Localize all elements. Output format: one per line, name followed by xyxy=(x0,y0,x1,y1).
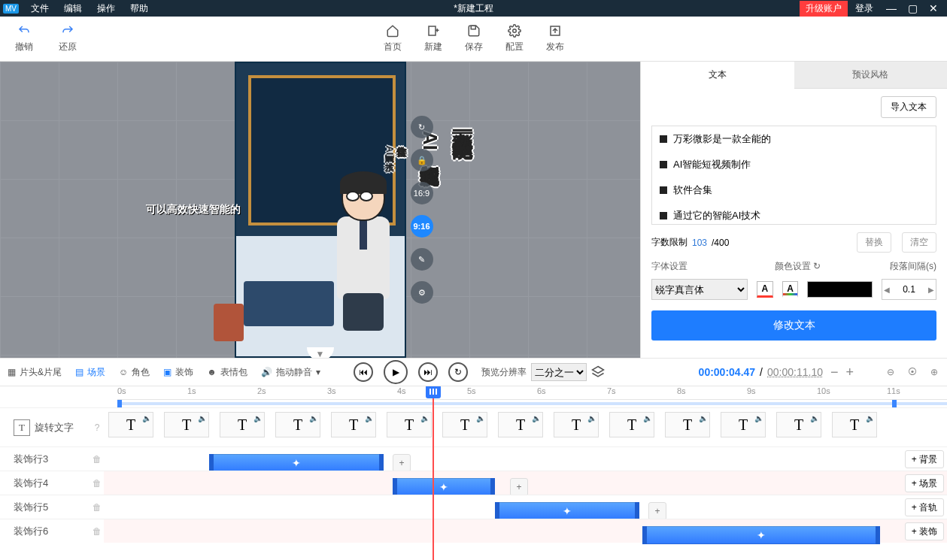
menu-action[interactable]: 操作 xyxy=(90,2,123,15)
text-clip[interactable]: T🔈 xyxy=(220,412,265,437)
import-text-button[interactable]: 导入文本 xyxy=(881,96,936,118)
cat-decor[interactable]: ▣装饰 xyxy=(163,366,193,379)
close-button[interactable]: ✕ xyxy=(923,2,944,14)
playhead[interactable] xyxy=(433,386,434,560)
prev-button[interactable]: ⏮ xyxy=(354,362,373,382)
gap-spinner[interactable]: ◀ 0.1 ▶ xyxy=(882,279,936,300)
clip-right-handle[interactable] xyxy=(635,502,639,520)
text-clip[interactable]: T🔈 xyxy=(609,412,654,437)
gap-decr[interactable]: ◀ xyxy=(884,286,890,294)
layers-icon[interactable] xyxy=(591,365,605,379)
text-clip[interactable]: T🔈 xyxy=(776,412,821,437)
tab-preset[interactable]: 预设风格 xyxy=(794,62,948,89)
stage-text-1[interactable]: 万彩微影是一款全能的 xyxy=(448,116,477,123)
text-list-item[interactable]: 万彩微影是一款全能的 xyxy=(652,126,936,152)
delete-track-button[interactable]: 🗑 xyxy=(90,502,104,513)
add-背景-button[interactable]: + 背景 xyxy=(905,450,944,468)
play-button[interactable]: ▶ xyxy=(384,360,408,384)
clear-button[interactable]: 清空 xyxy=(902,232,936,253)
cat-emoji[interactable]: ☻表情包 xyxy=(207,366,247,379)
login-button[interactable]: 登录 xyxy=(848,1,881,17)
zoom-in-button[interactable]: ⊕ xyxy=(930,367,938,377)
text-multicolor-button[interactable]: A xyxy=(782,281,799,298)
upgrade-button[interactable]: 升级账户 xyxy=(800,1,848,17)
clip-left-handle[interactable] xyxy=(393,478,397,496)
stage-text-4[interactable]: 通过它的智能AI技术 xyxy=(383,146,396,155)
publish-button[interactable]: 发布 xyxy=(546,24,564,53)
maximize-button[interactable]: ▢ xyxy=(902,2,923,14)
text-clip[interactable]: T🔈 xyxy=(498,412,543,437)
add-装饰-button[interactable]: + 装饰 xyxy=(905,522,944,540)
loop-button[interactable]: ↻ xyxy=(448,362,468,382)
color-swatch[interactable] xyxy=(807,281,873,298)
delete-track-button[interactable]: 🗑 xyxy=(90,454,104,465)
zoom-out-button[interactable]: ⊖ xyxy=(887,367,894,377)
text-clip[interactable]: T🔈 xyxy=(665,412,710,437)
text-clip[interactable]: T🔈 xyxy=(554,412,599,437)
text-clip[interactable]: T🔈 xyxy=(721,412,766,437)
cat-scene[interactable]: ▤场景 xyxy=(75,366,105,379)
minimize-button[interactable]: — xyxy=(881,2,902,14)
text-clip[interactable]: T🔈 xyxy=(387,412,432,437)
range-bar[interactable] xyxy=(117,400,947,407)
add-场景-button[interactable]: + 场景 xyxy=(905,474,944,492)
add-clip-button[interactable]: + xyxy=(648,502,666,520)
redo-button[interactable]: 还原 xyxy=(59,24,77,53)
stage-edit-button[interactable]: ✎ xyxy=(411,248,433,271)
menu-edit[interactable]: 编辑 xyxy=(56,2,90,15)
range-start-handle[interactable] xyxy=(117,400,122,407)
stage-settings-button[interactable]: ⚙ xyxy=(411,281,433,304)
config-button[interactable]: 配置 xyxy=(505,24,524,53)
text-clip[interactable]: T🔈 xyxy=(442,412,487,437)
text-clip[interactable]: T🔈 xyxy=(108,412,153,437)
text-clip[interactable]: T🔈 xyxy=(832,412,877,437)
replace-button[interactable]: 替换 xyxy=(857,232,891,253)
next-button[interactable]: ⏭ xyxy=(418,362,438,382)
clip-right-handle[interactable] xyxy=(876,526,880,544)
tab-text[interactable]: 文本 xyxy=(641,62,794,89)
save-button[interactable]: 保存 xyxy=(465,24,483,53)
stage-refresh-button[interactable]: ↻ xyxy=(411,116,433,138)
track-lane[interactable]: T🔈T🔈T🔈T🔈T🔈T🔈T🔈T🔈T🔈T🔈T🔈T🔈T🔈T🔈 xyxy=(104,408,947,446)
undo-button[interactable]: 撤销 xyxy=(15,24,33,53)
track-lane[interactable]: ✦ + + 背景 xyxy=(104,447,947,471)
delete-track-button[interactable]: 🗑 xyxy=(90,526,104,537)
zoom-reset-button[interactable]: ⦿ xyxy=(908,367,917,377)
track-lane[interactable]: ✦ + 装饰 xyxy=(104,519,947,543)
cat-intro-outro[interactable]: ▦片头&片尾 xyxy=(8,366,62,379)
playhead-handle[interactable] xyxy=(426,386,441,398)
time-duration[interactable]: 00:00:11.10 xyxy=(767,366,823,378)
clip-left-handle[interactable] xyxy=(642,526,647,544)
stage-lock-button[interactable]: 🔒 xyxy=(411,149,433,171)
resolution-select[interactable]: 二分之一 xyxy=(531,363,587,381)
font-select[interactable]: 锐字真言体 xyxy=(651,279,748,300)
stage[interactable]: 万彩微影是一款全能的 AI智能短视频制作 软件合集 通过它的智能AI技术 可以高… xyxy=(235,62,406,358)
add-音轨-button[interactable]: + 音轨 xyxy=(905,498,944,516)
modify-text-button[interactable]: 修改文本 xyxy=(651,310,936,341)
color-refresh-icon[interactable]: ↻ xyxy=(813,261,821,271)
clip-left-handle[interactable] xyxy=(209,454,214,472)
add-clip-button[interactable]: + xyxy=(510,478,528,496)
text-list-item[interactable]: 通过它的智能AI技术 xyxy=(652,203,936,225)
clip-bar[interactable]: ✦ xyxy=(642,526,880,544)
clip-right-handle[interactable] xyxy=(490,478,495,496)
time-incr[interactable]: + xyxy=(845,365,854,380)
clip-bar[interactable]: ✦ xyxy=(393,478,495,496)
range-end-handle[interactable] xyxy=(892,400,897,407)
home-button[interactable]: 首页 xyxy=(384,24,402,53)
add-clip-button[interactable]: + xyxy=(393,454,411,472)
time-ruler[interactable]: 0s1s2s3s4s5s6s7s8s9s10s11s xyxy=(117,386,947,400)
clip-bar[interactable]: ✦ xyxy=(209,454,384,472)
canvas-area[interactable]: 万彩微影是一款全能的 AI智能短视频制作 软件合集 通过它的智能AI技术 可以高… xyxy=(0,62,640,358)
character[interactable] xyxy=(325,173,400,338)
track-lane[interactable]: ✦ + + 场景 xyxy=(104,471,947,495)
ratio-9-16-button[interactable]: 9:16 xyxy=(411,215,433,238)
stage-caption[interactable]: 可以高效快速智能的 xyxy=(146,203,241,216)
gap-incr[interactable]: ▶ xyxy=(928,286,934,294)
text-clip[interactable]: T🔈 xyxy=(331,412,376,437)
track-lane[interactable]: ✦ + + 音轨 xyxy=(104,495,947,519)
clip-bar[interactable]: ✦ xyxy=(495,502,639,520)
text-list-item[interactable]: AI智能短视频制作 xyxy=(652,152,936,177)
text-color-button[interactable]: A xyxy=(757,281,773,298)
cat-mute-drag[interactable]: 🔊拖动静音 ▾ xyxy=(261,366,320,379)
